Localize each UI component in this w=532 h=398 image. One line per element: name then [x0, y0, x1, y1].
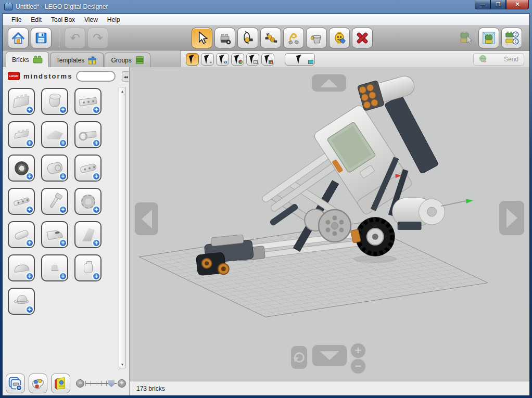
palette-item-thin-liftarm[interactable]	[8, 188, 35, 215]
mindstorms-brand: mindstorms	[23, 72, 72, 80]
scroll-down-icon[interactable]: ▼	[119, 361, 125, 367]
palette-item-tube[interactable]	[8, 221, 35, 248]
add-brick-badge	[59, 206, 67, 214]
add-brick-badge	[92, 239, 100, 247]
palette-item-gear-wheel[interactable]	[74, 188, 102, 215]
camera-right-button[interactable]	[499, 201, 524, 235]
hinge-tool-button[interactable]	[237, 28, 258, 48]
camera-up-button[interactable]	[312, 74, 346, 92]
color-shape-select-button[interactable]	[261, 53, 274, 66]
build-mode-icon	[458, 30, 474, 46]
minimize-button[interactable]	[475, 0, 490, 9]
palette-item-axle-pin[interactable]	[41, 188, 68, 215]
lego-logo: LEGO	[8, 72, 20, 80]
menu-file[interactable]: File	[7, 15, 26, 24]
redo-button[interactable]: ↷	[87, 28, 108, 48]
hinge-align-tool-button[interactable]	[260, 28, 281, 48]
svg-text:1: 1	[514, 39, 516, 44]
size-minus-button[interactable]	[76, 379, 84, 388]
palette-item-mudguard[interactable]	[8, 254, 35, 281]
menu-toolbox[interactable]: Tool Box	[46, 15, 80, 24]
view-mode-button[interactable]	[478, 28, 499, 48]
palette-view-button[interactable]	[6, 374, 25, 393]
add-brick-badge	[26, 206, 34, 214]
toolbar-separator	[59, 29, 59, 47]
color-filter-button[interactable]	[29, 374, 48, 393]
green-brick-icon	[33, 56, 43, 63]
redo-icon: ↷	[93, 32, 103, 44]
right-arrow-icon	[506, 208, 517, 228]
camera-down-button[interactable]	[312, 345, 347, 366]
slider-track[interactable]	[85, 381, 117, 386]
delete-tool-button[interactable]	[352, 28, 373, 48]
paint-tool-button[interactable]	[306, 28, 327, 48]
thumbnail-size-slider	[76, 379, 126, 388]
home-button[interactable]	[8, 28, 29, 48]
tab-groups-label: Groups	[111, 57, 131, 64]
selection-mode-strip: ＋ xx Send	[180, 50, 529, 67]
palette-item-beam-3[interactable]	[74, 155, 102, 182]
add-brick-badge	[26, 139, 34, 147]
save-button[interactable]	[31, 28, 52, 48]
palette-item-technic-motor[interactable]	[41, 155, 68, 182]
hide-tool-button[interactable]	[329, 28, 350, 48]
camera-left-button[interactable]	[135, 202, 158, 235]
palette-item-plate-2x2[interactable]	[8, 121, 35, 148]
palette-item-hat[interactable]	[8, 288, 35, 315]
send-button[interactable]: Send	[473, 53, 524, 66]
color-select-button[interactable]	[231, 53, 244, 66]
maximize-icon	[496, 2, 501, 7]
palette-item-tail-fin[interactable]	[74, 221, 102, 248]
palette-item-brick-2x3[interactable]	[8, 88, 35, 115]
palette-item-plate-with-clip[interactable]	[74, 121, 102, 148]
build-mode-button[interactable]	[455, 28, 476, 48]
brick-search-input[interactable]	[76, 71, 116, 82]
palette-stack-icon	[7, 376, 23, 391]
parts-catalog-button[interactable]	[51, 374, 70, 393]
tab-row: Bricks Templates	[3, 50, 529, 67]
clone-tool-button[interactable]	[214, 28, 235, 48]
menu-view[interactable]: View	[80, 15, 103, 24]
add-brick-badge	[59, 139, 67, 147]
undo-button[interactable]: ↶	[65, 28, 85, 48]
tab-templates[interactable]: Templates	[50, 53, 104, 67]
invert-select-button[interactable]	[285, 53, 315, 66]
select-tool-button[interactable]	[192, 28, 212, 48]
add-select-button[interactable]: ＋	[201, 53, 214, 66]
hinge-icon	[240, 31, 255, 45]
add-brick-badge	[26, 239, 34, 247]
flex-tool-button[interactable]	[283, 28, 304, 48]
menu-edit[interactable]: Edit	[26, 15, 46, 24]
size-plus-button[interactable]	[118, 379, 126, 388]
scroll-up-icon[interactable]: ▲	[119, 88, 125, 94]
color-wheel-icon	[238, 60, 243, 64]
collapse-panel-handle[interactable]: ◀◀	[122, 71, 129, 82]
3d-build-canvas[interactable]	[130, 67, 529, 381]
title-bar[interactable]: Untitled* - LEGO Digital Designer	[0, 0, 532, 14]
palette-scrollbar[interactable]: ▲ ▼	[119, 87, 126, 368]
palette-item-technic-brick-1x4[interactable]	[74, 88, 102, 115]
menu-help[interactable]: Help	[103, 15, 125, 24]
robot-model	[130, 67, 529, 381]
zoom-out-button[interactable]	[351, 359, 365, 374]
add-brick-badge	[26, 305, 34, 314]
zoom-control	[350, 343, 366, 374]
maximize-button[interactable]	[490, 0, 506, 9]
single-select-button[interactable]	[186, 53, 199, 66]
palette-item-minifig-head[interactable]	[74, 254, 102, 281]
tab-bricks[interactable]: Bricks	[6, 52, 49, 67]
zoom-in-button[interactable]	[351, 343, 365, 358]
shape-select-button[interactable]	[246, 53, 259, 66]
palette-item-curved-panel[interactable]	[41, 221, 68, 248]
building-guide-mode-button[interactable]: 2 1	[501, 28, 522, 48]
slider-thumb[interactable]	[108, 380, 115, 387]
connected-select-button[interactable]: xx	[216, 53, 229, 66]
tab-groups[interactable]: Groups	[105, 53, 150, 67]
palette-item-brick-round[interactable]	[41, 88, 68, 115]
window-title: Untitled* - LEGO Digital Designer	[16, 3, 108, 10]
close-button[interactable]	[506, 0, 529, 9]
camera-rotate-button[interactable]	[291, 346, 307, 369]
palette-item-minifigure[interactable]	[41, 254, 68, 281]
palette-item-wedge-plate[interactable]	[41, 121, 68, 148]
palette-item-wheel-tire[interactable]	[8, 155, 35, 182]
